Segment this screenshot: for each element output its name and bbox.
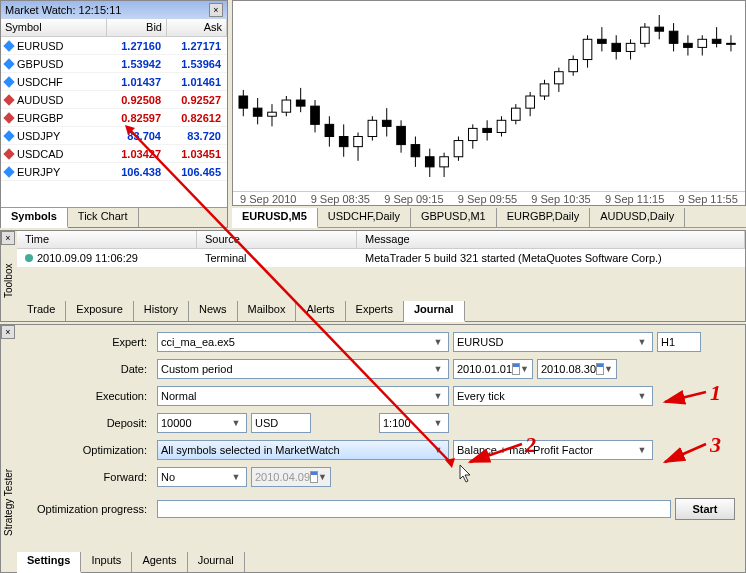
- col-bid[interactable]: Bid: [107, 19, 167, 36]
- col-message[interactable]: Message: [357, 231, 745, 248]
- chart-tab[interactable]: EURGBP,Daily: [497, 208, 591, 227]
- svg-rect-31: [454, 141, 463, 157]
- symbol-select[interactable]: EURUSD▼: [453, 332, 653, 352]
- chevron-down-icon: ▼: [431, 391, 445, 401]
- svg-rect-69: [727, 43, 736, 44]
- symbol-row[interactable]: EURUSD1.271601.27171: [1, 37, 227, 55]
- svg-rect-63: [684, 43, 693, 47]
- col-source[interactable]: Source: [197, 231, 357, 248]
- toolbox-tab[interactable]: Experts: [346, 301, 404, 321]
- svg-rect-65: [698, 39, 707, 47]
- execution-mode-select[interactable]: Every tick▼: [453, 386, 653, 406]
- svg-rect-35: [483, 128, 492, 132]
- forward-label: Forward:: [29, 471, 153, 483]
- toolbox-panel: × Toolbox Time Source Message 2010.09.09…: [0, 230, 746, 322]
- annotation-1: 1: [710, 380, 721, 406]
- date-from-input[interactable]: 2010.01.01▼: [453, 359, 533, 379]
- toolbox-tab[interactable]: Trade: [17, 301, 66, 321]
- svg-rect-49: [583, 39, 592, 59]
- price-direction-icon: [3, 148, 14, 159]
- forward-select[interactable]: No▼: [157, 467, 247, 487]
- optimization-label: Optimization:: [29, 444, 153, 456]
- symbol-row[interactable]: USDJPY83.70483.720: [1, 127, 227, 145]
- chart-tab[interactable]: GBPUSD,M1: [411, 208, 497, 227]
- col-ask[interactable]: Ask: [167, 19, 227, 36]
- chart-tab[interactable]: AUDUSD,Daily: [590, 208, 685, 227]
- chevron-down-icon: ▼: [229, 418, 243, 428]
- strategy-tester-panel: × Strategy Tester Expert: cci_ma_ea.ex5▼…: [0, 324, 746, 573]
- toolbox-label: Toolbox: [1, 251, 15, 311]
- forward-date-input: 2010.04.09▼: [251, 467, 331, 487]
- close-icon[interactable]: ×: [209, 3, 223, 17]
- svg-rect-5: [268, 112, 277, 116]
- chart-tab[interactable]: EURUSD,M5: [232, 208, 318, 228]
- tester-tab[interactable]: Agents: [132, 552, 187, 572]
- status-dot-icon: [25, 254, 33, 262]
- svg-rect-59: [655, 27, 664, 31]
- start-button[interactable]: Start: [675, 498, 735, 520]
- tester-tab[interactable]: Inputs: [81, 552, 132, 572]
- deposit-input[interactable]: 10000▼: [157, 413, 247, 433]
- calendar-icon: [512, 363, 520, 375]
- tester-tab[interactable]: Settings: [17, 552, 81, 573]
- symbol-row[interactable]: EURJPY106.438106.465: [1, 163, 227, 181]
- chevron-down-icon: ▼: [431, 364, 445, 374]
- tab-symbols[interactable]: Symbols: [1, 208, 68, 228]
- toolbox-tab[interactable]: Mailbox: [238, 301, 297, 321]
- col-symbol[interactable]: Symbol: [1, 19, 107, 36]
- chart-tab[interactable]: USDCHF,Daily: [318, 208, 411, 227]
- tab-tick-chart[interactable]: Tick Chart: [68, 208, 139, 227]
- currency-select[interactable]: USD: [251, 413, 311, 433]
- toolbox-tab[interactable]: Exposure: [66, 301, 133, 321]
- symbol-row[interactable]: USDCAD1.034271.03451: [1, 145, 227, 163]
- svg-rect-15: [339, 137, 348, 147]
- symbol-row[interactable]: USDCHF1.014371.01461: [1, 73, 227, 91]
- criterion-select[interactable]: Balance + max Profit Factor▼: [453, 440, 653, 460]
- chevron-down-icon: ▼: [604, 364, 613, 374]
- svg-rect-1: [239, 96, 248, 108]
- leverage-select[interactable]: 1:100▼: [379, 413, 449, 433]
- market-watch-title: Market Watch: 12:15:11: [5, 4, 121, 16]
- toolbox-tab[interactable]: Journal: [404, 301, 465, 322]
- optimization-select[interactable]: All symbols selected in MarketWatch▼: [157, 440, 449, 460]
- calendar-icon: [596, 363, 604, 375]
- date-to-input[interactable]: 2010.08.30▼: [537, 359, 617, 379]
- market-watch-titlebar[interactable]: Market Watch: 12:15:11 ×: [1, 1, 227, 19]
- price-direction-icon: [3, 112, 14, 123]
- svg-rect-23: [397, 126, 406, 144]
- strategy-tester-label: Strategy Tester: [1, 452, 15, 552]
- toolbox-tab[interactable]: News: [189, 301, 238, 321]
- deposit-label: Deposit:: [29, 417, 153, 429]
- chevron-down-icon: ▼: [229, 472, 243, 482]
- symbol-row[interactable]: AUDUSD0.925080.92527: [1, 91, 227, 109]
- annotation-2: 2: [525, 432, 536, 458]
- close-icon[interactable]: ×: [1, 231, 15, 245]
- svg-rect-53: [612, 43, 621, 51]
- chart-area[interactable]: 9 Sep 20109 Sep 08:359 Sep 09:159 Sep 09…: [232, 0, 746, 206]
- expert-select[interactable]: cci_ma_ea.ex5▼: [157, 332, 449, 352]
- svg-rect-37: [497, 120, 506, 132]
- chevron-down-icon: ▼: [431, 418, 445, 428]
- svg-rect-39: [512, 108, 521, 120]
- svg-rect-41: [526, 96, 535, 108]
- tester-tab[interactable]: Journal: [188, 552, 245, 572]
- market-watch-header: Symbol Bid Ask: [1, 19, 227, 37]
- col-time[interactable]: Time: [17, 231, 197, 248]
- toolbox-tab[interactable]: Alerts: [296, 301, 345, 321]
- date-mode-select[interactable]: Custom period▼: [157, 359, 449, 379]
- journal-row[interactable]: 2010.09.09 11:06:29 Terminal MetaTrader …: [17, 249, 745, 267]
- chevron-down-icon: ▼: [520, 364, 529, 374]
- svg-rect-25: [411, 145, 420, 157]
- close-icon[interactable]: ×: [1, 325, 15, 339]
- execution-select[interactable]: Normal▼: [157, 386, 449, 406]
- optimization-progress-bar: [157, 500, 671, 518]
- symbol-row[interactable]: GBPUSD1.539421.53964: [1, 55, 227, 73]
- chevron-down-icon: ▼: [635, 391, 649, 401]
- calendar-icon: [310, 471, 318, 483]
- price-direction-icon: [3, 58, 14, 69]
- market-watch-panel: Market Watch: 12:15:11 × Symbol Bid Ask …: [0, 0, 228, 228]
- toolbox-tab[interactable]: History: [134, 301, 189, 321]
- symbol-row[interactable]: EURGBP0.825970.82612: [1, 109, 227, 127]
- svg-rect-7: [282, 100, 291, 112]
- period-select[interactable]: H1: [657, 332, 701, 352]
